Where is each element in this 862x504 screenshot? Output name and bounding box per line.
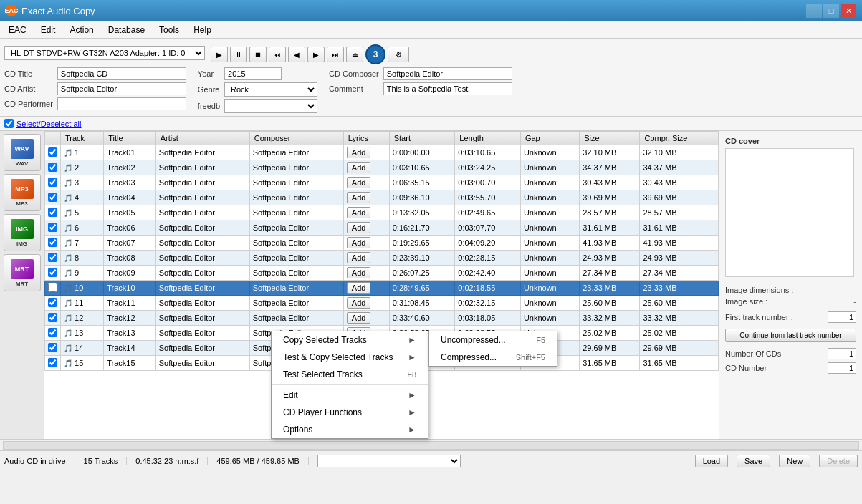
track-checkbox[interactable] <box>48 358 57 367</box>
add-lyrics-button[interactable]: Add <box>347 192 371 203</box>
play-button[interactable]: ▶ <box>211 47 228 62</box>
horizontal-scrollbar[interactable] <box>3 441 859 450</box>
add-lyrics-button[interactable]: Add <box>347 207 371 218</box>
track-checkbox-cell[interactable] <box>45 251 61 266</box>
track-checkbox[interactable] <box>48 328 57 337</box>
track-lyrics-cell[interactable]: Add <box>343 160 389 175</box>
save-button[interactable]: Save <box>737 455 770 467</box>
track-checkbox[interactable] <box>48 283 57 292</box>
table-row[interactable]: 🎵 6 Track06 Softpedia Editor Softpedia E… <box>45 220 719 236</box>
track-checkbox[interactable] <box>48 178 57 187</box>
add-lyrics-button[interactable]: Add <box>347 297 371 309</box>
composer-input[interactable] <box>383 67 512 80</box>
track-checkbox-cell[interactable] <box>45 205 61 220</box>
menu-item-help[interactable]: Help <box>188 24 217 37</box>
track-checkbox-cell[interactable] <box>45 145 61 160</box>
track-checkbox-cell[interactable] <box>45 311 61 326</box>
track-lyrics-cell[interactable]: Add <box>343 205 389 220</box>
context-copy-tracks[interactable]: Copy Selected Tracks ► <box>272 331 428 349</box>
genre-select[interactable]: Rock <box>224 82 317 97</box>
eject-button[interactable]: ⏏ <box>346 47 363 62</box>
table-row[interactable]: 🎵 4 Track04 Softpedia Editor Softpedia E… <box>45 190 719 205</box>
table-row[interactable]: 🎵 10 Track10 Softpedia Editor Softpedia … <box>45 281 719 296</box>
select-all-label[interactable]: Select/Deselect all <box>4 119 82 128</box>
add-lyrics-button[interactable]: Add <box>347 252 371 263</box>
track-checkbox-cell[interactable] <box>45 296 61 311</box>
track-checkbox[interactable] <box>48 238 57 247</box>
table-row[interactable]: 🎵 5 Track05 Softpedia Editor Softpedia E… <box>45 205 719 220</box>
context-cd-player[interactable]: CD Player Functions ► <box>272 404 428 421</box>
track-lyrics-cell[interactable]: Add <box>343 266 389 281</box>
mp3-button[interactable]: MP3 MP3 <box>4 174 41 211</box>
track-checkbox-cell[interactable] <box>45 281 61 296</box>
track-lyrics-cell[interactable]: Add <box>343 296 389 311</box>
add-lyrics-button[interactable]: Add <box>347 282 371 294</box>
img-button[interactable]: IMG IMG <box>4 214 41 251</box>
track-checkbox-cell[interactable] <box>45 160 61 175</box>
track-lyrics-cell[interactable]: Add <box>343 251 389 266</box>
track-checkbox-cell[interactable] <box>45 236 61 251</box>
table-row[interactable]: 🎵 11 Track11 Softpedia Editor Softpedia … <box>45 296 719 311</box>
num-cds-input[interactable] <box>828 348 856 359</box>
new-button[interactable]: New <box>779 455 810 467</box>
context-test-tracks[interactable]: Test Selected Tracks F8 <box>272 366 428 383</box>
first-track-input[interactable] <box>828 311 856 323</box>
track-lyrics-cell[interactable]: Add <box>343 281 389 296</box>
track-checkbox[interactable] <box>48 313 57 322</box>
maximize-button[interactable]: □ <box>823 4 839 18</box>
track-checkbox[interactable] <box>48 298 57 307</box>
track-checkbox-cell[interactable] <box>45 326 61 341</box>
status-select[interactable] <box>317 455 461 467</box>
year-input[interactable] <box>224 67 282 80</box>
track-checkbox-cell[interactable] <box>45 190 61 205</box>
select-deselect-link[interactable]: Select/Deselect all <box>16 120 82 128</box>
track-checkbox-cell[interactable] <box>45 341 61 356</box>
menu-item-action[interactable]: Action <box>64 24 99 37</box>
menu-item-tools[interactable]: Tools <box>153 24 185 37</box>
settings-button[interactable]: ⚙ <box>388 47 409 62</box>
context-options[interactable]: Options ► <box>272 421 428 438</box>
track-checkbox[interactable] <box>48 208 57 217</box>
add-lyrics-button[interactable]: Add <box>347 312 371 324</box>
add-lyrics-button[interactable]: Add <box>347 222 371 233</box>
track-lyrics-cell[interactable]: Add <box>343 175 389 190</box>
menu-item-eac[interactable]: EAC <box>3 24 32 37</box>
track-checkbox[interactable] <box>48 253 57 262</box>
add-lyrics-button[interactable]: Add <box>347 267 371 278</box>
add-lyrics-button[interactable]: Add <box>347 237 371 248</box>
table-row[interactable]: 🎵 1 Track01 Softpedia Editor Softpedia E… <box>45 145 719 160</box>
next-button[interactable]: ▶ <box>307 47 325 62</box>
track-checkbox-cell[interactable] <box>45 175 61 190</box>
track-checkbox-cell[interactable] <box>45 266 61 281</box>
comment-input[interactable] <box>383 82 512 95</box>
mrt-button[interactable]: MRT MRT <box>4 254 41 291</box>
track-lyrics-cell[interactable]: Add <box>343 236 389 251</box>
select-all-checkbox[interactable] <box>4 119 14 128</box>
cd-number-input[interactable] <box>828 362 856 374</box>
track-lyrics-cell[interactable]: Add <box>343 311 389 326</box>
table-row[interactable]: 🎵 7 Track07 Softpedia Editor Softpedia E… <box>45 236 719 251</box>
prev-track-button[interactable]: ⏮ <box>269 47 286 62</box>
minimize-button[interactable]: ─ <box>806 4 822 18</box>
track-checkbox[interactable] <box>48 147 57 157</box>
track-lyrics-cell[interactable]: Add <box>343 145 389 160</box>
table-row[interactable]: 🎵 8 Track08 Softpedia Editor Softpedia E… <box>45 251 719 266</box>
next-track-button[interactable]: ⏭ <box>327 47 344 62</box>
table-row[interactable]: 🎵 3 Track03 Softpedia Editor Softpedia E… <box>45 175 719 190</box>
submenu-uncompressed[interactable]: Uncompressed... F5 <box>429 331 557 349</box>
track-checkbox[interactable] <box>48 163 57 172</box>
cd-artist-input[interactable] <box>57 82 186 95</box>
freedb-select[interactable] <box>224 99 317 113</box>
submenu-compressed[interactable]: Compressed... Shift+F5 <box>429 349 557 366</box>
table-row[interactable]: 🎵 12 Track12 Softpedia Editor Softpedia … <box>45 311 719 326</box>
track-lyrics-cell[interactable]: Add <box>343 190 389 205</box>
track-checkbox-cell[interactable] <box>45 356 61 371</box>
cd-performer-input[interactable] <box>57 97 186 110</box>
drive-selector[interactable]: HL-DT-STDVD+RW GT32N A203 Adapter: 1 ID:… <box>4 46 205 60</box>
continue-button[interactable]: Continue from last track number <box>725 329 856 342</box>
track-lyrics-cell[interactable]: Add <box>343 220 389 236</box>
stop-button[interactable]: ⏹ <box>249 47 267 62</box>
table-row[interactable]: 🎵 2 Track02 Softpedia Editor Softpedia E… <box>45 160 719 175</box>
delete-button[interactable]: Delete <box>819 455 858 467</box>
load-button[interactable]: Load <box>695 455 728 467</box>
